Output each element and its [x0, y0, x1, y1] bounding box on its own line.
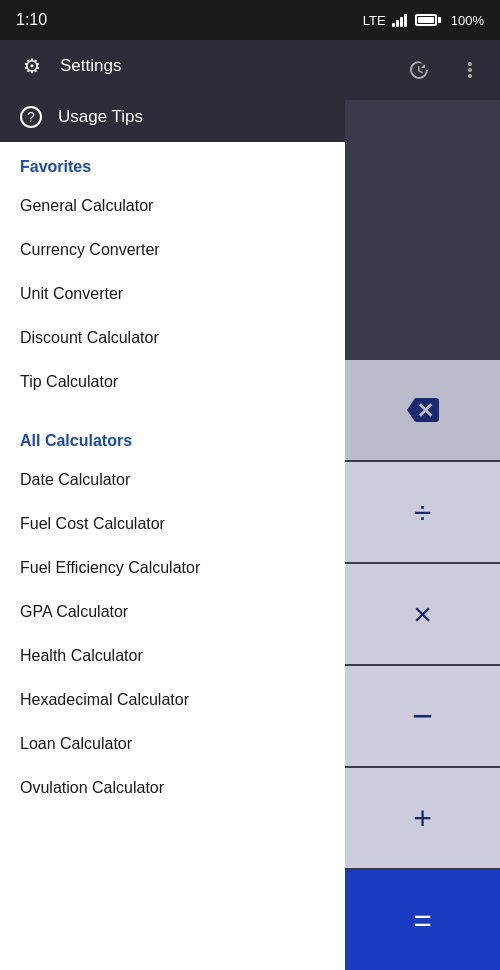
- favorites-section-header: Favorites: [0, 142, 345, 184]
- nav-item-hexadecimal-calculator[interactable]: Hexadecimal Calculator: [0, 678, 345, 722]
- nav-item-gpa-calculator[interactable]: GPA Calculator: [0, 590, 345, 634]
- status-icons: LTE 100%: [363, 13, 484, 28]
- nav-item-general-calculator[interactable]: General Calculator: [0, 184, 345, 228]
- equals-symbol: =: [413, 902, 432, 939]
- divide-button[interactable]: ÷: [345, 462, 500, 562]
- nav-label-date-calculator: Date Calculator: [20, 471, 130, 489]
- settings-icon: ⚙: [20, 54, 44, 78]
- favorites-title: Favorites: [20, 158, 91, 175]
- divide-symbol: ÷: [414, 494, 432, 531]
- battery-icon: [415, 14, 441, 26]
- nav-label-general-calculator: General Calculator: [20, 197, 153, 215]
- nav-item-date-calculator[interactable]: Date Calculator: [0, 458, 345, 502]
- usage-tips-label: Usage Tips: [58, 107, 143, 127]
- nav-label-currency-converter: Currency Converter: [20, 241, 160, 259]
- nav-item-unit-converter[interactable]: Unit Converter: [0, 272, 345, 316]
- nav-label-gpa-calculator: GPA Calculator: [20, 603, 128, 621]
- multiply-button[interactable]: ×: [345, 564, 500, 664]
- equals-button[interactable]: =: [345, 870, 500, 970]
- more-options-button[interactable]: [452, 52, 488, 88]
- main-area: ⚙ Settings ? Usage Tips Favorites Genera…: [0, 40, 500, 970]
- nav-label-health-calculator: Health Calculator: [20, 647, 143, 665]
- right-toolbar: [345, 40, 500, 100]
- nav-item-ovulation-calculator[interactable]: Ovulation Calculator: [0, 766, 345, 810]
- section-divider: [0, 404, 345, 416]
- nav-item-tip-calculator[interactable]: Tip Calculator: [0, 360, 345, 404]
- help-icon: ?: [20, 106, 42, 128]
- nav-label-discount-calculator: Discount Calculator: [20, 329, 159, 347]
- nav-item-health-calculator[interactable]: Health Calculator: [0, 634, 345, 678]
- nav-item-currency-converter[interactable]: Currency Converter: [0, 228, 345, 272]
- nav-label-ovulation-calculator: Ovulation Calculator: [20, 779, 164, 797]
- usage-tips-item[interactable]: ? Usage Tips: [0, 92, 345, 142]
- nav-label-tip-calculator: Tip Calculator: [20, 373, 118, 391]
- nav-item-loan-calculator[interactable]: Loan Calculator: [0, 722, 345, 766]
- nav-label-fuel-cost-calculator: Fuel Cost Calculator: [20, 515, 165, 533]
- plus-button[interactable]: +: [345, 768, 500, 868]
- plus-symbol: +: [413, 800, 432, 837]
- battery-percent: 100%: [451, 13, 484, 28]
- calculator-background: ÷ × − + =: [345, 40, 500, 970]
- settings-label: Settings: [60, 56, 121, 76]
- status-time: 1:10: [16, 11, 47, 29]
- signal-icon: [392, 13, 407, 27]
- drawer-content: Favorites General Calculator Currency Co…: [0, 142, 345, 970]
- settings-item[interactable]: ⚙ Settings: [0, 40, 345, 92]
- minus-button[interactable]: −: [345, 666, 500, 766]
- drawer-header: ⚙ Settings ? Usage Tips: [0, 40, 345, 142]
- minus-symbol: −: [412, 695, 433, 737]
- nav-label-hexadecimal-calculator: Hexadecimal Calculator: [20, 691, 189, 709]
- status-bar: 1:10 LTE 100%: [0, 0, 500, 40]
- all-calculators-title: All Calculators: [20, 432, 132, 449]
- navigation-drawer: ⚙ Settings ? Usage Tips Favorites Genera…: [0, 40, 345, 970]
- all-calculators-section-header: All Calculators: [0, 416, 345, 458]
- multiply-symbol: ×: [413, 596, 432, 633]
- nav-item-fuel-efficiency-calculator[interactable]: Fuel Efficiency Calculator: [0, 546, 345, 590]
- nav-item-fuel-cost-calculator[interactable]: Fuel Cost Calculator: [0, 502, 345, 546]
- nav-label-fuel-efficiency-calculator: Fuel Efficiency Calculator: [20, 559, 200, 577]
- lte-label: LTE: [363, 13, 386, 28]
- history-button[interactable]: [400, 52, 436, 88]
- nav-label-loan-calculator: Loan Calculator: [20, 735, 132, 753]
- nav-label-unit-converter: Unit Converter: [20, 285, 123, 303]
- calculator-buttons: ÷ × − + =: [345, 360, 500, 970]
- backspace-button[interactable]: [345, 360, 500, 460]
- nav-item-discount-calculator[interactable]: Discount Calculator: [0, 316, 345, 360]
